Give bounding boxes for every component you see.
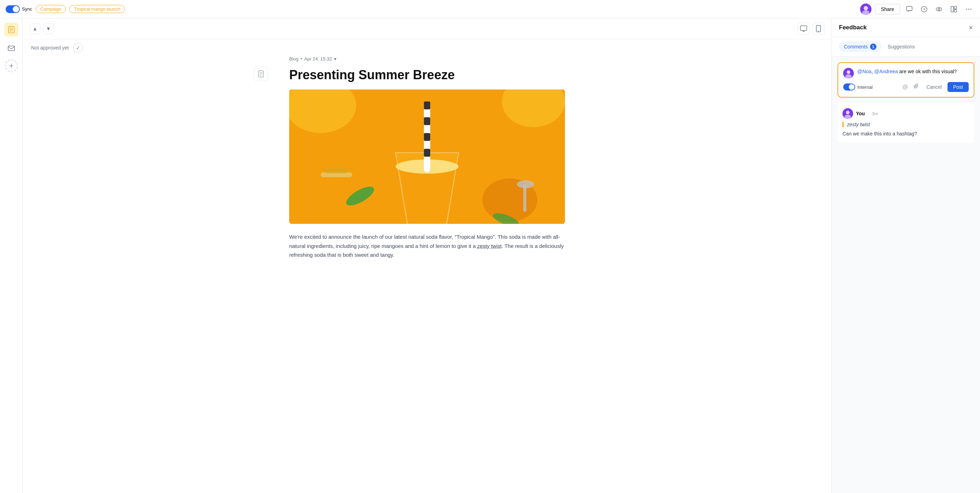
svg-point-1 (864, 6, 868, 10)
feedback-panel: Feedback × Comments 1 Suggestions (832, 18, 980, 493)
mention-andreea: @Andreea (874, 69, 898, 74)
tab-suggestions-label: Suggestions (888, 44, 915, 49)
svg-point-10 (966, 8, 967, 10)
desktop-view-button[interactable] (797, 22, 810, 35)
doc-toolbar: ▲ ▼ (22, 18, 832, 39)
svg-point-47 (845, 74, 852, 78)
svg-point-46 (847, 70, 850, 74)
nav-down-button[interactable]: ▼ (43, 23, 54, 34)
not-approved-text: Not approved yet (31, 45, 69, 51)
feedback-tabs: Comments 1 Suggestions (832, 37, 980, 57)
doc-meta-separator: • (301, 56, 302, 62)
doc-body: We're excited to announce the launch of … (289, 232, 565, 260)
main-layout: ▲ ▼ Not approved yet ✓ (0, 18, 980, 493)
svg-point-24 (818, 31, 819, 32)
comment-icon-button[interactable] (904, 4, 915, 14)
topbar: Sync Campaign Tropical mango launch Shar… (0, 0, 980, 18)
commenter-avatar (843, 68, 854, 78)
status-row: Not approved yet ✓ (22, 39, 832, 56)
internal-toggle-track[interactable] (843, 83, 855, 91)
doc-image-inner (289, 89, 565, 224)
internal-toggle-knob (849, 84, 854, 90)
user-avatar[interactable] (860, 3, 872, 15)
zesty-twist-text: zesty twist (477, 243, 502, 249)
internal-toggle: Internal (843, 83, 872, 91)
more-icon-button[interactable] (963, 4, 974, 14)
comment-timestamp: 3m (872, 111, 878, 116)
svg-rect-8 (954, 6, 957, 9)
tab-comments-label: Comments (844, 44, 868, 49)
comment-author-avatar (843, 108, 853, 119)
post-button[interactable]: Post (948, 82, 969, 92)
doc-toolbar-left: ▲ ▼ (30, 23, 54, 34)
approve-button[interactable]: ✓ (73, 43, 83, 53)
doc-meta: Blog • Apr 24, 15:32 ▾ (289, 56, 565, 62)
tab-comments-badge: 1 (870, 43, 877, 50)
feedback-header: Feedback × (832, 18, 980, 37)
doc-toolbar-right (797, 22, 824, 35)
tab-suggestions[interactable]: Suggestions (883, 42, 920, 52)
svg-rect-7 (951, 6, 953, 12)
at-mention-button[interactable]: @ (901, 83, 909, 91)
svg-rect-9 (954, 10, 957, 12)
doc-title: Presenting Summer Breeze (289, 67, 565, 82)
svg-point-50 (845, 115, 851, 119)
doc-meta-type: Blog (289, 56, 298, 62)
svg-point-12 (970, 8, 972, 10)
comment-header: You · 3m (843, 108, 969, 119)
svg-rect-39 (424, 102, 430, 109)
comment-actions: Internal @ Cancel Post (843, 82, 969, 92)
svg-rect-36 (523, 184, 527, 212)
tab-comments[interactable]: Comments 1 (839, 41, 881, 52)
eye-icon-button[interactable] (933, 4, 945, 14)
mobile-view-button[interactable] (813, 22, 824, 35)
svg-rect-20 (800, 26, 807, 30)
svg-rect-42 (424, 149, 430, 157)
comment-input-text[interactable]: @Noa, @Andreea are we ok with this visua… (858, 68, 969, 75)
doc-panel: ▲ ▼ Not approved yet ✓ (22, 18, 832, 493)
svg-rect-41 (424, 133, 430, 141)
history-icon-button[interactable] (918, 4, 930, 14)
attach-button[interactable] (912, 83, 921, 91)
internal-label: Internal (858, 85, 872, 90)
topbar-right: Share (860, 3, 974, 15)
sidebar-mail-button[interactable] (4, 41, 18, 55)
sync-toggle-wrap: Sync (6, 5, 32, 13)
toggle-knob (13, 6, 19, 13)
feedback-close-button[interactable]: × (969, 24, 973, 31)
doc-floating-button[interactable] (254, 67, 268, 81)
svg-point-49 (846, 111, 850, 114)
tag-tropical[interactable]: Tropical mango launch (69, 5, 125, 13)
topbar-left: Sync Campaign Tropical mango launch (6, 5, 125, 13)
svg-rect-40 (424, 117, 430, 125)
svg-rect-17 (8, 46, 14, 51)
nav-up-button[interactable]: ▲ (30, 23, 40, 34)
mention-noa: @Noa (858, 69, 872, 74)
svg-point-5 (936, 8, 942, 11)
svg-rect-3 (907, 6, 912, 11)
tag-campaign[interactable]: Campaign (36, 5, 66, 13)
comment-body: Can we make this into a hashtag? (843, 130, 969, 137)
svg-point-11 (968, 8, 969, 10)
comment-input-row: @Noa, @Andreea are we ok with this visua… (843, 68, 969, 78)
comment-input-area: @Noa, @Andreea are we ok with this visua… (837, 62, 974, 97)
sync-label: Sync (22, 6, 32, 12)
comment-quote: zesty twist (843, 122, 969, 127)
content-area: ▲ ▼ Not approved yet ✓ (22, 18, 980, 493)
comment-time: · (867, 111, 869, 116)
cancel-button[interactable]: Cancel (923, 83, 945, 91)
left-sidebar (0, 18, 22, 493)
comment-item: You · 3m zesty twist Can we make this in… (837, 103, 974, 142)
doc-content: Blog • Apr 24, 15:32 ▾ Presenting Summer… (268, 56, 586, 274)
doc-body-text: We're excited to announce the launch of … (289, 232, 565, 260)
feedback-title: Feedback (839, 24, 867, 31)
svg-rect-34 (325, 168, 348, 173)
layout-icon-button[interactable] (948, 4, 959, 14)
sidebar-add-button[interactable] (5, 59, 18, 72)
sidebar-doc-button[interactable] (4, 22, 18, 37)
meta-chevron-icon[interactable]: ▾ (334, 56, 337, 62)
doc-image (289, 89, 565, 224)
sync-toggle[interactable] (6, 5, 20, 13)
share-button[interactable]: Share (875, 4, 900, 14)
doc-meta-date: Apr 24, 15:32 (304, 56, 332, 62)
